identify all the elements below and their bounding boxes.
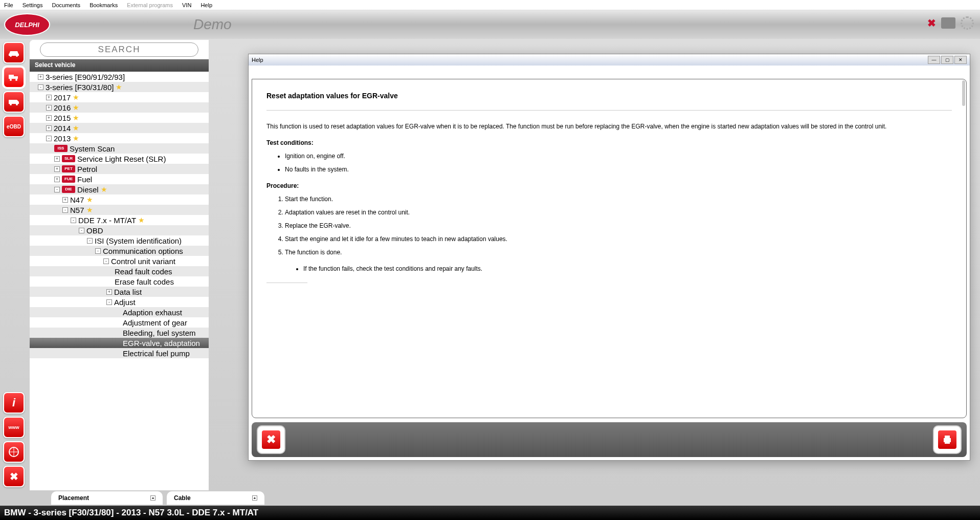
tree-label: EGR-valve, adaptation	[123, 339, 200, 348]
tree-item[interactable]: -DIEDiesel★	[30, 184, 209, 194]
briefcase-icon[interactable]	[941, 17, 955, 29]
tree-badge-icon: SLR	[62, 155, 75, 162]
expand-icon[interactable]: +	[106, 289, 112, 295]
expand-icon[interactable]: +	[46, 115, 52, 121]
search-input[interactable]	[40, 42, 198, 57]
collapse-icon[interactable]: -	[71, 218, 76, 223]
expand-icon[interactable]: +	[54, 166, 60, 172]
help-title: Help	[252, 57, 263, 63]
tree-item[interactable]: +FUEFuel	[30, 174, 209, 184]
expand-icon[interactable]: +	[54, 156, 60, 162]
www-icon[interactable]: www	[3, 417, 25, 438]
bottom-tab-cable[interactable]: Cable+	[167, 491, 264, 505]
tree-item[interactable]: -OBD	[30, 225, 209, 235]
collapse-icon[interactable]: -	[38, 84, 43, 90]
tree-label: System Scan	[70, 144, 115, 153]
tree-label: Erase fault codes	[115, 277, 174, 286]
tree-item[interactable]: -Communication options	[30, 246, 209, 256]
menu-file[interactable]: File	[4, 2, 13, 8]
collapse-icon[interactable]: -	[62, 207, 68, 213]
maximize-button[interactable]: ▢	[941, 56, 953, 64]
tree-item[interactable]: +PETPetrol	[30, 164, 209, 174]
scrollbar[interactable]	[962, 80, 965, 106]
tree-item[interactable]: Adjustment of gear	[30, 317, 209, 328]
expand-icon[interactable]: +	[150, 495, 155, 501]
vehicle-tree[interactable]: +3-series [E90/91/92/93]-3-series [F30/3…	[30, 72, 209, 490]
menu-vin[interactable]: VIN	[182, 2, 191, 8]
tree-item[interactable]: -3-series [F30/31/80]★	[30, 82, 209, 92]
van-icon[interactable]	[3, 91, 25, 113]
menu-help[interactable]: Help	[201, 2, 212, 8]
star-icon: ★	[73, 114, 79, 122]
tree-item[interactable]: +2016★	[30, 102, 209, 113]
truck-icon[interactable]	[3, 67, 25, 88]
tree-item[interactable]: +N47★	[30, 194, 209, 205]
tree-item[interactable]: +Data list	[30, 287, 209, 297]
tree-label: Adaption exhaust	[123, 308, 182, 317]
svg-rect-2	[9, 75, 14, 79]
tab-label: Placement	[58, 494, 89, 502]
compass-icon[interactable]	[3, 441, 25, 463]
menu-external programs[interactable]: External programs	[127, 2, 173, 8]
expand-icon[interactable]: +	[46, 105, 52, 111]
tree-label: Communication options	[103, 247, 183, 255]
expand-icon[interactable]: +	[252, 495, 257, 501]
expand-icon[interactable]: +	[62, 197, 68, 203]
bottom-tab-placement[interactable]: Placement+	[51, 491, 163, 505]
eobd-icon[interactable]: eOBD	[3, 116, 25, 137]
minimize-button[interactable]: —	[928, 56, 940, 64]
close-help-button[interactable]: ✖	[257, 425, 285, 454]
close-app-icon[interactable]: ✖	[927, 17, 936, 29]
menu-bookmarks[interactable]: Bookmarks	[90, 2, 118, 8]
star-icon: ★	[116, 83, 122, 91]
tree-item[interactable]: Bleeding, fuel system	[30, 328, 209, 338]
close-button[interactable]: ✕	[954, 56, 967, 64]
expand-icon[interactable]: +	[46, 95, 52, 100]
demo-label: Demo	[193, 16, 232, 33]
tree-item[interactable]: EGR-valve, adaptation	[30, 338, 209, 348]
star-icon: ★	[138, 216, 145, 224]
tree-item[interactable]: -Adjust	[30, 297, 209, 307]
expand-icon[interactable]: +	[46, 125, 52, 131]
collapse-icon[interactable]: -	[103, 258, 109, 264]
collapse-icon[interactable]: -	[54, 187, 60, 192]
tree-badge-icon: FUE	[62, 176, 75, 183]
collapse-icon[interactable]: -	[79, 228, 84, 233]
tree-label: 2013	[54, 134, 71, 143]
expand-icon[interactable]: +	[38, 74, 43, 80]
collapse-icon[interactable]: -	[87, 238, 93, 244]
tree-label: 3-series [F30/31/80]	[46, 83, 114, 92]
tree-item[interactable]: +2017★	[30, 92, 209, 102]
collapse-icon[interactable]: -	[106, 299, 112, 305]
tree-item[interactable]: +2014★	[30, 123, 209, 133]
info-icon[interactable]: i	[3, 392, 25, 414]
svg-point-1	[16, 55, 18, 57]
collapse-icon[interactable]: -	[95, 248, 101, 254]
tree-item[interactable]: Electrical fuel pump	[30, 348, 209, 358]
tree-item[interactable]: ISSSystem Scan	[30, 143, 209, 154]
tree-item[interactable]: -N57★	[30, 205, 209, 215]
tree-item[interactable]: -2013★	[30, 133, 209, 143]
help-titlebar[interactable]: Help — ▢ ✕	[249, 54, 970, 66]
menu-settings[interactable]: Settings	[23, 2, 43, 8]
tree-item[interactable]: Read fault codes	[30, 266, 209, 276]
list-item: No faults in the system.	[285, 166, 952, 173]
tree-item[interactable]: +3-series [E90/91/92/93]	[30, 72, 209, 82]
tree-item[interactable]: +SLRService Light Reset (SLR)	[30, 154, 209, 164]
tree-item[interactable]: -Control unit variant	[30, 256, 209, 266]
print-button[interactable]	[933, 425, 962, 454]
tree-item[interactable]: Erase fault codes	[30, 276, 209, 287]
menu-documents[interactable]: Documents	[52, 2, 80, 8]
svg-point-6	[10, 103, 12, 105]
tree-label: Data list	[114, 288, 142, 296]
expand-icon[interactable]: +	[54, 177, 60, 182]
tree-label: ISI (System identification)	[95, 236, 182, 245]
tree-item[interactable]: +2015★	[30, 113, 209, 123]
close-icon[interactable]: ✖	[3, 466, 25, 487]
vehicle-select-panel: Select vehicle +3-series [E90/91/92/93]-…	[30, 40, 209, 490]
tree-item[interactable]: Adaption exhaust	[30, 307, 209, 317]
tree-item[interactable]: -DDE 7.x - MT/AT★	[30, 215, 209, 225]
collapse-icon[interactable]: -	[46, 136, 52, 141]
tree-item[interactable]: -ISI (System identification)	[30, 235, 209, 246]
car-icon[interactable]	[3, 42, 25, 63]
